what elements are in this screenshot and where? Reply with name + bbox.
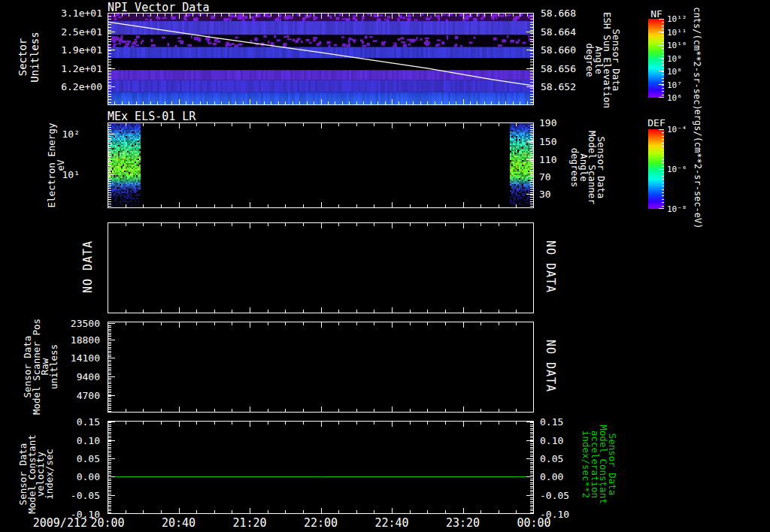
panel3-no-data-label-left: NO DATA [83, 240, 94, 293]
tick-label: 0.05 [540, 454, 581, 464]
tick-label: 10¹² [667, 15, 696, 23]
panel1-sector-heatmap [108, 13, 534, 105]
tick-label: 10⁻⁴ [667, 125, 696, 134]
tick-label: 10⁹ [667, 54, 696, 62]
tick-label: 58.660 [541, 45, 587, 55]
tick-label: 10¹⁰ [667, 41, 696, 50]
x-axis-tick-label: 20:40 [162, 516, 196, 530]
tick-label: 70 [539, 172, 572, 182]
panel2-right-axis-label: Sensor Data Model Scanner Angle degrees [571, 131, 605, 204]
tick-label: 110 [539, 155, 572, 165]
tick-label: 18800 [41, 335, 100, 345]
tick-label: 0.00 [540, 472, 581, 482]
tick-label: 23500 [41, 319, 100, 328]
tick-label: 1.2e+01 [44, 63, 102, 73]
tick-label: 9400 [41, 371, 100, 381]
panel5-velocity-plot [108, 421, 534, 514]
tick-label: 0.15 [540, 417, 581, 427]
tick-label: 0.05 [41, 454, 100, 464]
panel3-empty-plot [108, 222, 534, 313]
tick-label: 10² [44, 129, 80, 139]
tick-label: 10⁸ [667, 68, 696, 76]
tick-label: 6.2e+00 [44, 82, 102, 92]
tick-label: 0.10 [540, 435, 581, 445]
x-axis-tick-label: 00:00 [517, 516, 550, 530]
plot-screen: NPI Vector Data MEx ELS-01 LR NF DEF cnt… [0, 0, 770, 532]
tick-label: 10⁶ [667, 94, 696, 102]
tick-label: 10¹¹ [667, 28, 696, 36]
panel4-no-data-label-right: NO DATA [544, 340, 556, 392]
panel1-right-axis-label: Sensor Data ESH Sun Elevation Angle degr… [586, 12, 620, 108]
tick-label: 10⁻⁸ [667, 205, 696, 213]
panel4-y-axis-label: Sensor Data Model Scanner Pos Raw unitle… [23, 319, 58, 415]
tick-label: 58.652 [541, 82, 587, 92]
panel4-empty-plot [108, 322, 534, 413]
panel2-energy-spectrogram [108, 122, 534, 208]
panel2-title: MEx ELS-01 LR [108, 110, 196, 123]
tick-label: 150 [539, 137, 572, 147]
nf-colorbar-title: NF [645, 8, 668, 20]
x-axis-tick-label: 22:00 [304, 516, 338, 530]
tick-label: 1.9e+01 [44, 45, 102, 55]
tick-label: 190 [539, 118, 572, 128]
tick-label: 2.5e+01 [44, 26, 102, 36]
panel1-y-axis-label: Sector Unitless [17, 32, 41, 82]
nf-colorbar [648, 19, 664, 98]
tick-label: 58.668 [541, 8, 587, 18]
tick-label: 10¹ [44, 170, 80, 180]
tick-label: 10⁻⁶ [667, 165, 696, 174]
x-axis-tick-label: 20:00 [90, 516, 124, 530]
def-colorbar [648, 129, 664, 209]
def-colorbar-title: DEF [644, 117, 669, 128]
tick-label: 0.15 [41, 417, 100, 427]
tick-label: 10⁷ [667, 80, 696, 89]
tick-label: 58.664 [541, 26, 587, 36]
tick-label: 14100 [41, 353, 100, 363]
x-axis-tick-label: 22:40 [374, 516, 408, 530]
tick-label: 3.1e+01 [44, 8, 102, 18]
x-axis-date-label: 2009/212 [15, 516, 87, 530]
x-axis-tick-label: 21:20 [232, 516, 266, 530]
tick-label: 4700 [41, 391, 100, 401]
tick-label: -0.05 [41, 491, 100, 500]
tick-label: -0.05 [540, 491, 581, 500]
panel5-right-axis-label: Sensor Data Model Constant acceleration … [582, 425, 617, 503]
tick-label: 30 [539, 189, 572, 199]
tick-label: 0.00 [41, 472, 100, 482]
panel3-no-data-label-right: NO DATA [544, 240, 556, 293]
tick-label: 0.10 [41, 435, 100, 445]
tick-label: 58.656 [541, 63, 587, 73]
x-axis-tick-label: 23:20 [446, 516, 480, 530]
